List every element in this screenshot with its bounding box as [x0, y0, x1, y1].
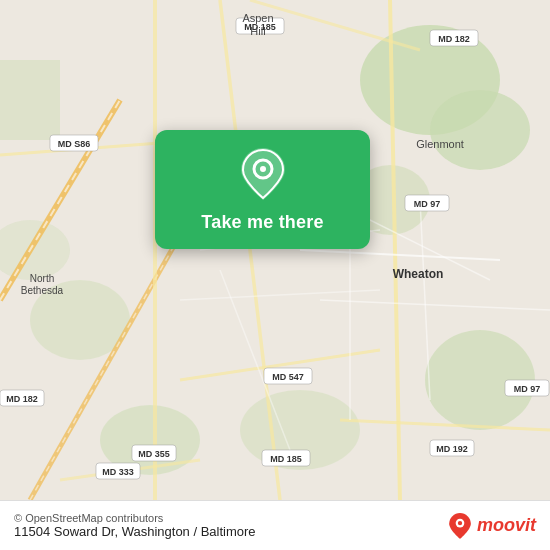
navigation-popup[interactable]: Take me there	[155, 130, 370, 249]
svg-text:MD 333: MD 333	[102, 467, 134, 477]
bottom-content: © OpenStreetMap contributors 11504 Sowar…	[14, 512, 439, 539]
svg-text:North: North	[30, 273, 54, 284]
svg-text:MD 355: MD 355	[138, 449, 170, 459]
svg-text:MD 97: MD 97	[514, 384, 541, 394]
svg-rect-4	[0, 60, 60, 140]
svg-text:MD 97: MD 97	[414, 199, 441, 209]
svg-point-59	[260, 166, 266, 172]
svg-text:Bethesda: Bethesda	[21, 285, 64, 296]
svg-text:Wheaton: Wheaton	[393, 267, 444, 281]
svg-text:MD 182: MD 182	[438, 34, 470, 44]
map-background: MD 182 MD 185 MD S86 MD 97 MD 547 MD 355…	[0, 0, 550, 500]
svg-text:Aspen: Aspen	[242, 12, 273, 24]
location-pin-icon	[241, 148, 285, 200]
moovit-brand-text: moovit	[477, 515, 536, 536]
address-label: 11504 Soward Dr, Washington / Baltimore	[14, 524, 256, 539]
svg-text:MD 185: MD 185	[270, 454, 302, 464]
svg-text:Glenmont: Glenmont	[416, 138, 464, 150]
attribution-text: © OpenStreetMap contributors	[14, 512, 163, 524]
svg-point-61	[458, 520, 462, 524]
moovit-icon	[447, 513, 473, 539]
svg-point-2	[430, 90, 530, 170]
map-container[interactable]: MD 182 MD 185 MD S86 MD 97 MD 547 MD 355…	[0, 0, 550, 500]
svg-text:MD 192: MD 192	[436, 444, 468, 454]
svg-text:Hill: Hill	[250, 25, 265, 37]
svg-text:MD S86: MD S86	[58, 139, 91, 149]
bottom-bar: © OpenStreetMap contributors 11504 Sowar…	[0, 500, 550, 550]
take-me-there-button[interactable]: Take me there	[201, 212, 323, 233]
svg-text:MD 182: MD 182	[6, 394, 38, 404]
moovit-logo: moovit	[447, 513, 536, 539]
svg-text:MD 547: MD 547	[272, 372, 304, 382]
location-icon-wrapper	[237, 148, 289, 200]
